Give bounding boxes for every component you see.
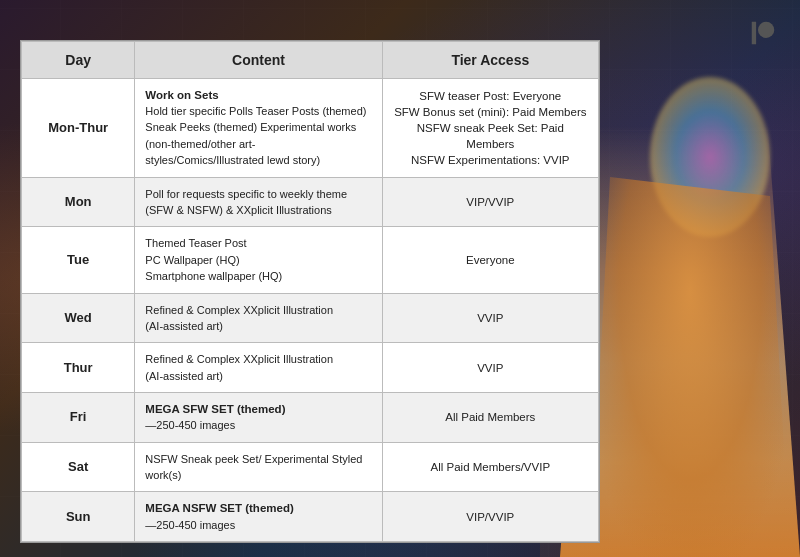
access-cell-3: VVIP <box>382 293 598 343</box>
table-row: TueThemed Teaser PostPC Wallpaper (HQ)Sm… <box>22 227 599 293</box>
access-cell-4: VVIP <box>382 343 598 393</box>
content-normal-3: Refined & Complex XXplicit Illustration(… <box>145 304 333 332</box>
day-cell-2: Tue <box>22 227 135 293</box>
access-cell-1: VIP/VVIP <box>382 177 598 227</box>
content-normal-4: Refined & Complex XXplicit Illustration(… <box>145 353 333 381</box>
day-cell-5: Fri <box>22 393 135 442</box>
schedule-table-container: Day Content Tier Access Mon-ThurWork on … <box>20 40 600 543</box>
access-cell-2: Everyone <box>382 227 598 293</box>
content-cell-3: Refined & Complex XXplicit Illustration(… <box>135 293 382 343</box>
content-bold-7: MEGA NSFW SET (themed) <box>145 502 293 514</box>
header-content: Content <box>135 42 382 79</box>
content-cell-6: NSFW Sneak peek Set/ Experimental Styled… <box>135 442 382 492</box>
access-cell-6: All Paid Members/VVIP <box>382 442 598 492</box>
svg-point-0 <box>758 22 774 38</box>
table-row: SunMEGA NSFW SET (themed)—250-450 images… <box>22 492 599 541</box>
table-header-row: Day Content Tier Access <box>22 42 599 79</box>
table-row: ThurRefined & Complex XXplicit Illustrat… <box>22 343 599 393</box>
day-cell-1: Mon <box>22 177 135 227</box>
content-cell-0: Work on SetsHold tier specific Polls Tea… <box>135 79 382 178</box>
content-cell-1: Poll for requests specific to weekly the… <box>135 177 382 227</box>
content-bold-5: MEGA SFW SET (themed) <box>145 403 285 415</box>
svg-rect-1 <box>752 22 756 45</box>
day-cell-4: Thur <box>22 343 135 393</box>
table-row: MonPoll for requests specific to weekly … <box>22 177 599 227</box>
content-normal-2: Themed Teaser PostPC Wallpaper (HQ)Smart… <box>145 237 282 282</box>
content-cell-4: Refined & Complex XXplicit Illustration(… <box>135 343 382 393</box>
content-normal-0: Hold tier specific Polls Teaser Posts (t… <box>145 105 366 166</box>
content-normal-7: —250-450 images <box>145 519 235 531</box>
content-cell-2: Themed Teaser PostPC Wallpaper (HQ)Smart… <box>135 227 382 293</box>
day-cell-3: Wed <box>22 293 135 343</box>
content-cell-5: MEGA SFW SET (themed)—250-450 images <box>135 393 382 442</box>
table-row: FriMEGA SFW SET (themed)—250-450 imagesA… <box>22 393 599 442</box>
access-cell-5: All Paid Members <box>382 393 598 442</box>
table-row: SatNSFW Sneak peek Set/ Experimental Sty… <box>22 442 599 492</box>
content-bold-0: Work on Sets <box>145 89 218 101</box>
access-cell-7: VIP/VVIP <box>382 492 598 541</box>
table-row: WedRefined & Complex XXplicit Illustrati… <box>22 293 599 343</box>
day-cell-7: Sun <box>22 492 135 541</box>
content-cell-7: MEGA NSFW SET (themed)—250-450 images <box>135 492 382 541</box>
content-normal-6: NSFW Sneak peek Set/ Experimental Styled… <box>145 453 362 481</box>
patreon-logo <box>748 18 778 48</box>
table-row: Mon-ThurWork on SetsHold tier specific P… <box>22 79 599 178</box>
header-access: Tier Access <box>382 42 598 79</box>
content-normal-5: —250-450 images <box>145 419 235 431</box>
schedule-table: Day Content Tier Access Mon-ThurWork on … <box>21 41 599 542</box>
access-cell-0: SFW teaser Post: EveryoneSFW Bonus set (… <box>382 79 598 178</box>
header-day: Day <box>22 42 135 79</box>
day-cell-0: Mon-Thur <box>22 79 135 178</box>
day-cell-6: Sat <box>22 442 135 492</box>
content-normal-1: Poll for requests specific to weekly the… <box>145 188 347 216</box>
